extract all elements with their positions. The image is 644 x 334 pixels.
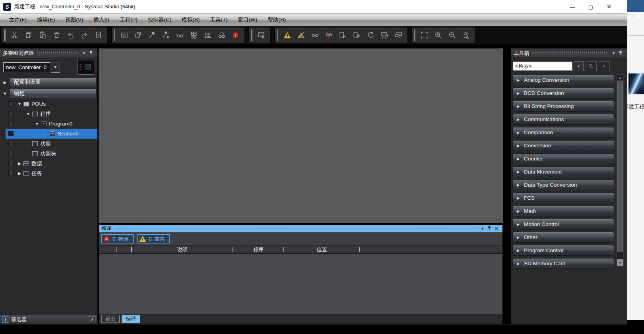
run-mode-icon[interactable] <box>336 28 350 42</box>
tree-item-section0[interactable]: ∟ Section0 <box>0 129 97 139</box>
menu-simulation[interactable]: 模拟(S) <box>177 14 205 26</box>
scroll-down-icon[interactable]: ▼ <box>617 259 623 266</box>
category-motion-control[interactable]: ▶Motion Control <box>512 219 614 230</box>
section-label[interactable]: 编程 <box>10 89 97 98</box>
errors-toggle-button[interactable]: ✕ 0 错误 <box>101 234 134 243</box>
synchronize-icon[interactable] <box>364 28 378 42</box>
panel-menu-dropdown[interactable]: ▼ <box>81 51 87 55</box>
category-bcd-conversion[interactable]: ▶BCD Conversion <box>512 88 614 98</box>
transfer-from-controller-icon[interactable] <box>392 28 405 42</box>
minimize-button[interactable]: — <box>563 1 582 13</box>
stop-monitor-icon[interactable] <box>322 28 336 42</box>
transfer-to-controller-icon[interactable] <box>378 28 392 42</box>
project-thumbnail-image[interactable] <box>628 73 644 95</box>
panel-menu-dropdown[interactable]: ▼ <box>479 227 486 231</box>
tree-checkbox[interactable] <box>8 151 14 156</box>
section-label[interactable]: 配置和设置 <box>10 77 97 87</box>
maximize-button[interactable]: ▢ <box>582 1 600 13</box>
menu-edit[interactable]: 编辑(E) <box>32 14 60 26</box>
panel-menu-dropdown[interactable]: ▼ <box>610 51 617 55</box>
expander-icon[interactable]: ▼ <box>25 112 31 116</box>
menu-controller[interactable]: 控制器(C) <box>143 14 177 26</box>
tree-checkbox[interactable] <box>8 101 14 106</box>
tree-checkbox[interactable] <box>8 111 14 116</box>
background-checkbox-icon[interactable] <box>637 14 641 18</box>
section-configurations[interactable]: ▶ 配置和设置 <box>0 77 97 87</box>
expander-icon[interactable]: ▼ <box>34 122 40 126</box>
expander-icon[interactable]: ▶ <box>16 161 23 166</box>
tree-item-program0[interactable]: ▼ Program0 <box>0 119 97 129</box>
watch-window-icon[interactable] <box>254 28 268 42</box>
pin-icon[interactable] <box>486 226 493 232</box>
window-layout-icon[interactable] <box>131 28 145 42</box>
pin-icon[interactable] <box>87 50 95 56</box>
section-programming[interactable]: ▼ 编程 <box>0 88 97 98</box>
category-other[interactable]: ▶Other <box>512 232 614 243</box>
rebuild-icon[interactable] <box>159 28 173 42</box>
tree-checkbox[interactable] <box>8 171 14 176</box>
category-fcs[interactable]: ▶FCS <box>512 193 614 203</box>
paste-icon[interactable] <box>36 28 50 42</box>
tree-item-functions[interactable]: ∟ 功能 <box>0 139 97 149</box>
search-input[interactable] <box>513 62 572 71</box>
category-conversion[interactable]: ▶Conversion <box>512 140 614 151</box>
io-wave-monitor-icon[interactable] <box>201 28 215 42</box>
close-button[interactable]: ✕ <box>600 1 618 13</box>
menu-project[interactable]: 工程(P) <box>114 14 143 26</box>
check-program-icon[interactable] <box>173 28 187 42</box>
zoom-fit-icon[interactable] <box>417 28 431 42</box>
tree-checkbox[interactable] <box>8 121 14 126</box>
undo-icon[interactable] <box>64 28 78 42</box>
expander-icon[interactable]: ▶ <box>16 171 23 176</box>
background-window[interactable]: 新建工程 <box>627 0 644 320</box>
search-dropdown[interactable]: ▼ <box>574 61 584 71</box>
build-panel-header[interactable]: 编译 ▼ ✕ <box>99 225 502 232</box>
toolbar-grip[interactable] <box>277 29 278 41</box>
tree-checkbox[interactable] <box>8 131 14 136</box>
filter-popout-button[interactable]: ↗ <box>88 317 95 323</box>
go-offline-icon[interactable] <box>294 28 308 42</box>
device-selector-dropdown[interactable]: ▼ <box>51 62 60 73</box>
tree-item-programs[interactable]: ▼ 程序 <box>0 109 97 119</box>
help-icon[interactable]: ? <box>91 28 105 42</box>
category-bit-string-processing[interactable]: ▶Bit String Processing <box>512 101 614 112</box>
tree-item-pous[interactable]: ▼ POUs <box>0 99 97 109</box>
category-data-type-conversion[interactable]: ▶Data Type Conversion <box>512 180 614 190</box>
zoom-out-icon[interactable] <box>445 28 459 42</box>
category-comparison[interactable]: ▶Comparison <box>512 127 614 138</box>
toolbar-grip[interactable] <box>414 29 415 41</box>
toolbox-scrollbar[interactable]: ▲ ▼ <box>617 74 624 266</box>
menu-view[interactable]: 视图(V) <box>60 14 88 26</box>
tree-item-data[interactable]: ▶ 数据 <box>0 158 97 168</box>
menu-help[interactable]: 帮助(H) <box>262 14 291 26</box>
redo-icon[interactable] <box>78 28 91 42</box>
search-clear-button[interactable]: ✕ <box>599 61 610 71</box>
toolbar-grip[interactable] <box>4 29 6 41</box>
scroll-up-icon[interactable]: ▲ <box>617 75 623 81</box>
zoom-100-icon[interactable]: 100 <box>459 28 473 42</box>
check-all-programs-icon[interactable] <box>187 28 201 42</box>
search-icon[interactable] <box>215 28 229 42</box>
menu-file[interactable]: 文件(F) <box>4 14 32 26</box>
category-communications[interactable]: ▶Communications <box>512 114 614 125</box>
delete-icon[interactable] <box>50 28 64 42</box>
device-selector[interactable]: new_Controller_0 <box>3 62 50 72</box>
category-program-control[interactable]: ▶Program Control <box>512 245 614 256</box>
zoom-in-icon[interactable] <box>431 28 445 42</box>
build-results-list[interactable] <box>99 254 502 314</box>
menu-window[interactable]: 窗口(W) <box>233 14 263 26</box>
program-mode-icon[interactable] <box>350 28 364 42</box>
go-online-icon[interactable] <box>280 28 294 42</box>
category-data-movement[interactable]: ▶Data Movement <box>512 166 614 177</box>
tab-output[interactable]: 输出 <box>101 315 120 323</box>
copy-icon[interactable] <box>22 28 36 42</box>
close-panel-icon[interactable]: ✕ <box>493 226 500 232</box>
3d-view-icon[interactable]: 3D <box>117 28 131 42</box>
menu-tools[interactable]: 工具(T) <box>205 14 233 26</box>
expander-icon[interactable]: ▼ <box>0 91 10 96</box>
tab-build[interactable]: 编译 <box>122 315 140 323</box>
category-math[interactable]: ▶Math <box>512 206 614 216</box>
search-button[interactable] <box>586 61 597 71</box>
abort-icon[interactable]: ! <box>229 28 242 42</box>
column-separator[interactable] <box>359 247 360 252</box>
